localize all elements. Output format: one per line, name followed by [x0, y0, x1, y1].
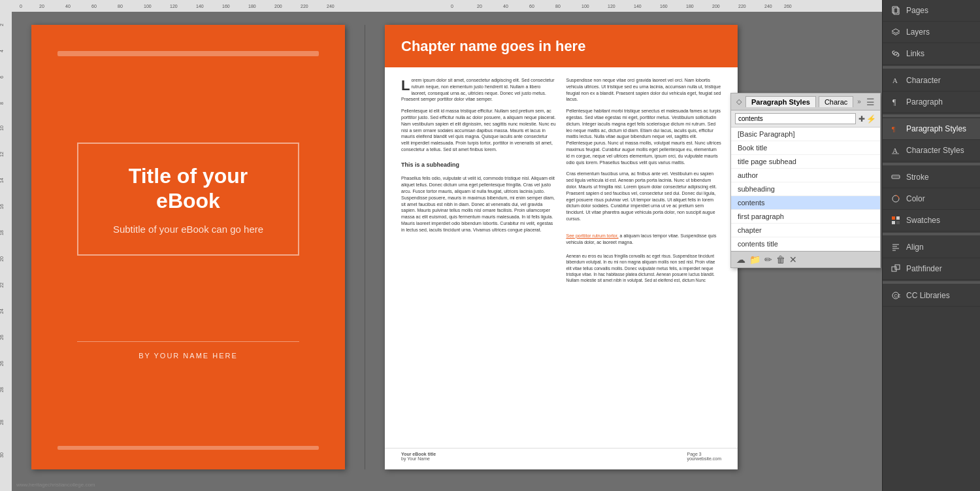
chapter-col2-para-3: Cras elementum faucibus urna, ac finibus… — [566, 171, 722, 222]
para-style-item-8[interactable]: contents title — [731, 237, 880, 251]
character-styles-label: Character Styles — [906, 146, 964, 155]
divider-4 — [883, 233, 980, 235]
svg-text:10: 10 — [0, 126, 4, 131]
panel-item-layers[interactable]: Layers — [883, 22, 980, 43]
svg-rect-56 — [892, 216, 895, 220]
panel-item-cc-libraries[interactable]: CC CC Libraries — [883, 285, 980, 307]
panel-item-pathfinder[interactable]: Pathfinder — [883, 258, 980, 280]
svg-text:80: 80 — [118, 4, 123, 8]
vertical-ruler: 2 4 6 8 10 12 14 16 18 20 22 24 26 26 28… — [0, 0, 12, 491]
panel-item-stroke[interactable]: Stroke — [883, 167, 980, 188]
panel-item-character[interactable]: A Character — [883, 70, 980, 92]
svg-text:28: 28 — [0, 420, 4, 425]
panel-item-paragraph-styles[interactable]: ¶ Paragraph Styles — [883, 118, 980, 140]
svg-text:20: 20 — [39, 4, 44, 8]
swatches-icon — [890, 215, 901, 226]
svg-text:12: 12 — [0, 152, 4, 157]
chapter-col2-para-2: Pellentesque habitant morbi tristique se… — [566, 108, 722, 165]
chapter-col2-para-1: Suspendisse non neque vitae orci gravida… — [566, 77, 722, 103]
drop-cap: L — [401, 78, 410, 93]
chapter-footer: Your eBook title by Your Name Page 3 you… — [385, 448, 738, 464]
para-style-item-3[interactable]: author — [731, 169, 880, 182]
svg-text:0: 0 — [20, 4, 22, 8]
chapter-para-2: Pellentesque id elit id massa tristique … — [401, 108, 557, 153]
cc-libraries-icon: CC — [890, 290, 901, 301]
para-styles-search-input[interactable] — [735, 113, 856, 124]
chapter-para-1-text: orem ipsum dolor sit amet, consectetur a… — [401, 78, 555, 101]
character-icon: A — [890, 75, 901, 86]
svg-text:8: 8 — [0, 102, 4, 105]
pathfinder-icon — [890, 263, 901, 274]
panel-item-color[interactable]: Color — [883, 188, 980, 210]
page-separator — [365, 25, 365, 469]
para-style-item-7[interactable]: chapter — [731, 224, 880, 237]
svg-text:220: 220 — [301, 4, 308, 8]
svg-text:4: 4 — [0, 50, 4, 52]
chapter-para-1: L orem ipsum dolor sit amet, consectetur… — [401, 77, 557, 103]
clear-style-icon[interactable]: ✕ — [789, 254, 797, 265]
svg-text:CC: CC — [894, 294, 901, 298]
para-style-item-4[interactable]: subheading — [731, 182, 880, 196]
panel-item-swatches[interactable]: Swatches — [883, 210, 980, 231]
svg-text:26: 26 — [0, 335, 4, 340]
svg-text:140: 140 — [196, 4, 204, 8]
chapter-header: Chapter name goes in here — [385, 25, 738, 67]
pages-label: Pages — [906, 6, 928, 15]
paragraph-styles-panel[interactable]: ◇ Paragraph Styles Charac » ☰ ✚ ⚡ [Basic… — [730, 93, 881, 268]
cover-title-section: Title of your eBook Subtitle of your eBo… — [77, 143, 299, 256]
footer-page-num: Page 3 — [687, 452, 721, 456]
lightning-icon[interactable]: ⚡ — [866, 114, 876, 124]
panel-item-links[interactable]: Links — [883, 43, 980, 65]
svg-text:200: 200 — [712, 4, 720, 8]
para-style-item-6[interactable]: first paragraph — [731, 210, 880, 224]
svg-text:30: 30 — [0, 452, 4, 458]
character-tab[interactable]: Charac — [819, 96, 853, 107]
chapter-content: L orem ipsum dolor sit amet, consectetur… — [385, 67, 738, 293]
para-styles-panel-footer: ☁ 📁 ✏ 🗑 ✕ — [731, 251, 880, 267]
divider-1 — [883, 66, 980, 69]
svg-text:0: 0 — [451, 4, 453, 8]
cloud-icon[interactable]: ☁ — [736, 254, 745, 265]
panel-item-pages[interactable]: Pages — [883, 0, 980, 22]
paragraph-styles-tab[interactable]: Paragraph Styles — [745, 96, 816, 107]
para-style-item-2[interactable]: title page subhead — [731, 155, 880, 169]
svg-text:120: 120 — [170, 4, 178, 8]
para-styles-panel-header: ◇ Paragraph Styles Charac » ☰ — [731, 93, 880, 110]
panel-item-paragraph[interactable]: ¶ Paragraph — [883, 92, 980, 113]
svg-text:26: 26 — [0, 361, 4, 366]
add-style-icon[interactable]: ✚ — [858, 114, 865, 124]
svg-text:16: 16 — [0, 204, 4, 209]
cover-title: Title of your eBook — [105, 163, 272, 214]
panel-item-character-styles[interactable]: A Character Styles — [883, 140, 980, 161]
right-panel: Pages Layers Links A Character — [882, 0, 980, 491]
pathfinder-label: Pathfinder — [906, 264, 942, 273]
chapter-subheading: This is a subheading — [401, 161, 557, 169]
para-style-item-1[interactable]: Book title — [731, 141, 880, 155]
paragraph-icon: ¶ — [890, 97, 901, 107]
folder-icon[interactable]: 📁 — [749, 254, 760, 265]
svg-rect-28 — [0, 0, 12, 491]
align-label: Align — [906, 243, 924, 252]
para-styles-list: [Basic Paragraph]Book titletitle page su… — [731, 127, 880, 251]
svg-text:140: 140 — [634, 4, 642, 8]
svg-text:A: A — [892, 146, 898, 154]
svg-text:6: 6 — [0, 76, 4, 78]
svg-text:260: 260 — [784, 4, 792, 8]
edit-style-icon[interactable]: ✏ — [764, 254, 772, 265]
panel-item-align[interactable]: Align — [883, 237, 980, 258]
para-style-item-5[interactable]: contents — [731, 196, 880, 210]
footer-left: Your eBook title by Your Name — [401, 452, 436, 461]
delete-style-icon[interactable]: 🗑 — [776, 254, 785, 265]
layers-label: Layers — [906, 27, 930, 37]
svg-text:240: 240 — [327, 4, 335, 8]
stroke-label: Stroke — [906, 173, 929, 182]
svg-text:20: 20 — [477, 4, 482, 8]
see-more-link: See porttitor rutrum tortor, — [566, 233, 619, 238]
svg-text:180: 180 — [248, 4, 256, 8]
svg-text:40: 40 — [65, 4, 71, 8]
cc-libraries-label: CC Libraries — [906, 291, 950, 300]
svg-text:40: 40 — [503, 4, 508, 8]
para-style-item-0[interactable]: [Basic Paragraph] — [731, 127, 880, 141]
svg-text:24: 24 — [0, 309, 4, 314]
svg-rect-57 — [896, 216, 900, 220]
